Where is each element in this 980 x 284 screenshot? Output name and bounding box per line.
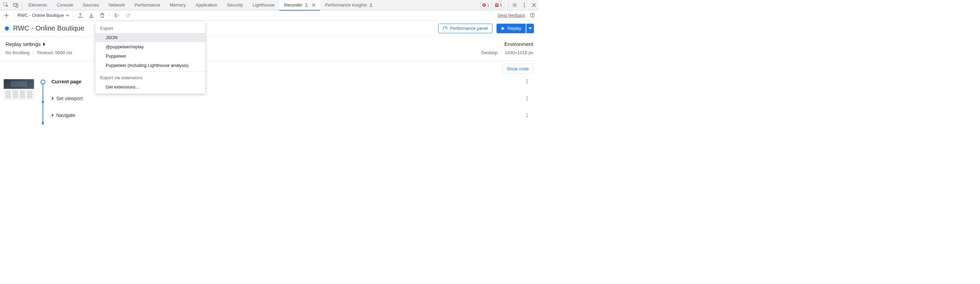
- tab-performance-insights[interactable]: Performance insights: [320, 0, 378, 10]
- recording-select[interactable]: RWC - Online Boutique: [18, 13, 69, 18]
- chevron-down-icon: [528, 27, 532, 30]
- settings-row: Replay settings No throttling Timeout: 5…: [0, 36, 539, 61]
- flask-icon: [369, 3, 373, 7]
- inspect-icon[interactable]: [2, 0, 11, 10]
- step-menu-icon[interactable]: [527, 113, 533, 117]
- chevron-right-icon: [51, 97, 54, 100]
- export-icon[interactable]: [88, 12, 95, 19]
- tab-memory[interactable]: Memory: [165, 0, 191, 10]
- replay-button-group: Replay: [496, 24, 534, 33]
- performance-panel-button[interactable]: Performance panel: [438, 24, 492, 33]
- recording-indicator: [5, 26, 9, 30]
- issue-badges[interactable]: 1 5: [481, 2, 504, 8]
- tab-security[interactable]: Security: [222, 0, 248, 10]
- svg-point-21: [527, 113, 528, 114]
- divider: [73, 12, 73, 19]
- export-menu: Export JSON @puppeteer/replay Puppeteer …: [95, 22, 205, 94]
- close-devtools-icon[interactable]: [529, 0, 539, 10]
- step-set-viewport[interactable]: Set viewport: [51, 96, 533, 101]
- step-menu-icon[interactable]: [527, 79, 533, 84]
- settings-gear-icon[interactable]: [510, 0, 520, 10]
- menu-separator: [95, 71, 205, 72]
- divider: [508, 2, 509, 8]
- export-get-extensions[interactable]: Get extensions…: [95, 83, 205, 92]
- throttling-value: No throttling: [5, 50, 30, 55]
- divider: [14, 12, 14, 19]
- svg-point-19: [527, 98, 528, 99]
- svg-point-8: [524, 3, 525, 4]
- svg-point-14: [532, 16, 532, 16]
- flask-icon: [304, 3, 309, 7]
- svg-rect-6: [495, 5, 498, 6]
- tab-lighthouse[interactable]: Lighthouse: [248, 0, 279, 10]
- chevron-down-icon: [66, 14, 69, 16]
- show-code-button[interactable]: Show code: [502, 64, 533, 73]
- chevron-right-icon: [51, 114, 54, 117]
- replay-settings-header[interactable]: Replay settings: [5, 41, 72, 47]
- tab-performance[interactable]: Performance: [130, 0, 165, 10]
- tab-console[interactable]: Console: [52, 0, 78, 10]
- svg-point-15: [527, 79, 528, 81]
- step-over-icon[interactable]: [124, 12, 132, 19]
- devtools-tab-strip: Elements Console Sources Network Perform…: [0, 0, 539, 10]
- svg-point-22: [527, 115, 528, 116]
- show-code-row: Show code: [0, 61, 539, 76]
- tab-sources[interactable]: Sources: [78, 0, 104, 10]
- timeline: Current page Set viewport Navigate: [0, 76, 539, 128]
- step-navigate[interactable]: Navigate: [51, 113, 533, 118]
- svg-rect-11: [115, 14, 116, 17]
- svg-point-7: [514, 5, 515, 6]
- export-puppeteer-replay[interactable]: @puppeteer/replay: [95, 42, 205, 51]
- svg-point-16: [527, 81, 528, 83]
- step-menu-icon[interactable]: [527, 96, 533, 101]
- tab-recorder[interactable]: Recorder: [279, 0, 320, 10]
- timeline-node: [42, 101, 44, 103]
- help-icon[interactable]: [528, 12, 536, 19]
- svg-rect-5: [495, 4, 498, 5]
- svg-point-12: [128, 16, 129, 17]
- export-puppeteer-lighthouse[interactable]: Puppeteer (including Lighthouse analysis…: [95, 61, 205, 70]
- tab-application[interactable]: Application: [191, 0, 222, 10]
- gauge-icon: [443, 26, 448, 31]
- import-icon[interactable]: [76, 12, 84, 19]
- divider: [110, 12, 110, 19]
- export-json[interactable]: JSON: [95, 33, 205, 42]
- svg-point-10: [524, 6, 525, 7]
- kebab-menu-icon[interactable]: [520, 0, 529, 10]
- recording-title-row: RWC - Online Boutique Performance panel …: [0, 21, 539, 36]
- environment-dims: 1430×1016 px: [505, 50, 533, 55]
- play-icon: [501, 26, 505, 30]
- svg-point-20: [527, 100, 528, 101]
- tab-network[interactable]: Network: [104, 0, 130, 10]
- svg-point-17: [527, 83, 528, 84]
- step-play-icon[interactable]: [113, 12, 121, 19]
- error-badge[interactable]: 1: [481, 2, 492, 8]
- recorder-toolbar: RWC - Online Boutique Send feedback: [0, 10, 539, 21]
- timeout-value: Timeout: 5000 ms: [37, 50, 72, 55]
- add-recording-icon[interactable]: [3, 12, 10, 19]
- svg-point-9: [524, 5, 525, 5]
- divider: [22, 2, 22, 8]
- chevron-right-icon: [43, 43, 46, 46]
- export-puppeteer[interactable]: Puppeteer: [95, 51, 205, 61]
- send-feedback-link[interactable]: Send feedback: [498, 13, 525, 18]
- replay-button[interactable]: Replay: [496, 24, 526, 33]
- environment-device: Desktop: [481, 50, 498, 55]
- replay-options-button[interactable]: [527, 24, 534, 33]
- delete-icon[interactable]: [99, 12, 106, 19]
- timeline-rail: [40, 79, 45, 118]
- divider: [501, 50, 501, 55]
- svg-rect-2: [16, 4, 18, 7]
- timeline-node: [42, 122, 44, 124]
- warning-badge[interactable]: 5: [493, 2, 504, 8]
- svg-point-18: [527, 97, 528, 97]
- export-ext-header: Export via extensions: [95, 73, 205, 83]
- environment-header: Environment: [504, 41, 533, 47]
- timeline-node-current: [40, 79, 45, 84]
- svg-point-23: [527, 117, 528, 117]
- close-tab-icon[interactable]: [312, 3, 315, 7]
- recording-title: RWC - Online Boutique: [13, 24, 84, 32]
- tab-elements[interactable]: Elements: [24, 0, 52, 10]
- page-thumbnail: [3, 79, 34, 100]
- device-toolbar-icon[interactable]: [11, 0, 21, 10]
